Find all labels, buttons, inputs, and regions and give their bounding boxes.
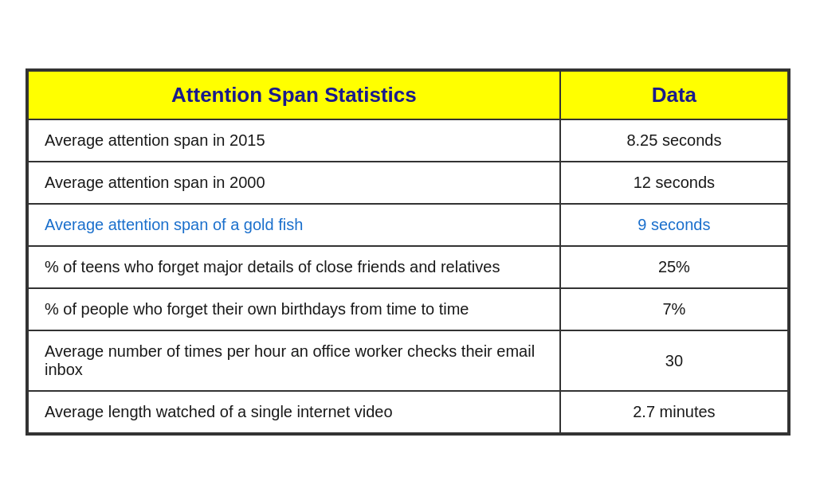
table-header-row: Attention Span Statistics Data	[28, 71, 788, 119]
row-label: Average number of times per hour an offi…	[28, 330, 560, 391]
table-row: Average attention span of a gold fish9 s…	[28, 204, 788, 246]
row-value: 25%	[560, 246, 788, 288]
row-label: Average attention span in 2015	[28, 119, 560, 162]
table-row: Average attention span in 200012 seconds	[28, 162, 788, 204]
row-label: % of people who forget their own birthda…	[28, 288, 560, 330]
row-label: Average attention span of a gold fish	[28, 204, 560, 246]
row-value: 8.25 seconds	[560, 119, 788, 162]
table-row: Average number of times per hour an offi…	[28, 330, 788, 391]
table-row: Average attention span in 20158.25 secon…	[28, 119, 788, 162]
row-value: 2.7 minutes	[560, 391, 788, 433]
row-label: Average attention span in 2000	[28, 162, 560, 204]
stats-table-container: Attention Span Statistics Data Average a…	[26, 68, 790, 436]
header-col-stat: Attention Span Statistics	[28, 71, 560, 119]
table-row: Average length watched of a single inter…	[28, 391, 788, 433]
header-col-data: Data	[560, 71, 788, 119]
row-value: 9 seconds	[560, 204, 788, 246]
attention-span-table: Attention Span Statistics Data Average a…	[27, 70, 789, 434]
row-label: % of teens who forget major details of c…	[28, 246, 560, 288]
row-value: 30	[560, 330, 788, 391]
table-row: % of people who forget their own birthda…	[28, 288, 788, 330]
row-value: 7%	[560, 288, 788, 330]
row-value: 12 seconds	[560, 162, 788, 204]
table-row: % of teens who forget major details of c…	[28, 246, 788, 288]
row-label: Average length watched of a single inter…	[28, 391, 560, 433]
